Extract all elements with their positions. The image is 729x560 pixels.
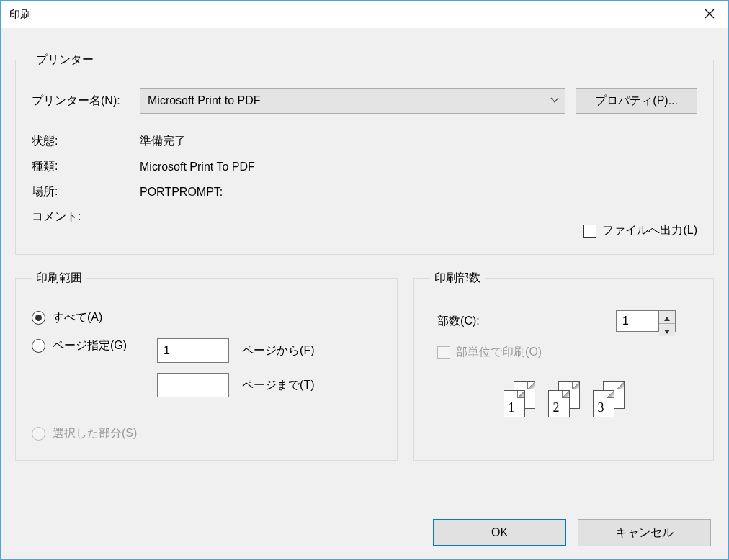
page-from-value: 1 — [164, 344, 170, 357]
copies-group-label: 印刷部数 — [430, 271, 485, 286]
printer-group-label: プリンター — [32, 53, 98, 68]
range-pages-radio[interactable]: ページ指定(G) — [32, 338, 127, 353]
where-label: 場所: — [32, 184, 140, 199]
dialog-body: プリンター プリンター名(N): Microsoft Print to PDF … — [1, 28, 728, 559]
printer-name-value: Microsoft Print to PDF — [148, 94, 260, 107]
file-output-checkbox[interactable]: ファイルへ出力(L) — [583, 223, 697, 238]
chevron-down-icon — [550, 94, 559, 107]
collate-pageset: 2 2 — [548, 381, 580, 420]
collate-illustration: 1 1 2 2 3 3 — [430, 381, 697, 420]
collate-label: 部単位で印刷(O) — [456, 345, 542, 360]
printer-name-dropdown[interactable]: Microsoft Print to PDF — [140, 88, 565, 114]
close-icon — [705, 9, 715, 21]
where-value: PORTPROMPT: — [140, 186, 697, 199]
status-label: 状態: — [32, 134, 140, 149]
range-all-label: すべて(A) — [53, 310, 102, 325]
footer: OK キャンセル — [433, 519, 711, 546]
type-label: 種類: — [32, 159, 140, 174]
collate-pageset: 3 3 — [593, 381, 625, 420]
page-number: 1 — [509, 400, 515, 415]
copies-count-label: 部数(C): — [437, 314, 480, 329]
copies-group: 印刷部数 部数(C): 1 部単位で印刷 — [413, 271, 714, 461]
collate-pageset: 1 1 — [504, 381, 535, 420]
copies-count-value: 1 — [622, 315, 629, 328]
radio-icon — [32, 427, 45, 441]
page-number: 3 — [598, 400, 604, 415]
comment-label: コメント: — [32, 209, 140, 225]
range-selection-label: 選択した部分(S) — [53, 426, 137, 441]
ok-button[interactable]: OK — [433, 519, 566, 546]
status-value: 準備完了 — [140, 134, 697, 149]
copies-spinner[interactable]: 1 — [616, 310, 676, 332]
window-title: 印刷 — [9, 8, 31, 22]
file-output-label: ファイルへ出力(L) — [602, 223, 697, 238]
spinner-up-button[interactable] — [659, 311, 675, 324]
range-all-radio[interactable]: すべて(A) — [32, 310, 381, 325]
page-to-input[interactable] — [157, 373, 229, 397]
range-selection-radio: 選択した部分(S) — [32, 426, 381, 441]
spinner-down-button[interactable] — [659, 324, 675, 336]
print-range-group-label: 印刷範囲 — [32, 271, 86, 286]
printer-name-label: プリンター名(N): — [32, 94, 140, 109]
titlebar: 印刷 — [1, 1, 728, 28]
triangle-down-icon — [664, 324, 670, 336]
page-number: 2 — [553, 400, 560, 415]
page-from-input[interactable]: 1 — [157, 338, 229, 363]
triangle-up-icon — [664, 311, 670, 323]
page-from-label: ページから(F) — [242, 343, 314, 358]
range-pages-label: ページ指定(G) — [53, 338, 127, 353]
properties-button[interactable]: プロパティ(P)... — [576, 88, 697, 114]
type-value: Microsoft Print To PDF — [140, 161, 697, 173]
radio-icon — [32, 339, 45, 353]
checkbox-box-icon — [583, 225, 596, 238]
printer-group: プリンター プリンター名(N): Microsoft Print to PDF … — [15, 53, 714, 255]
collate-checkbox: 部単位で印刷(O) — [437, 345, 697, 360]
print-range-group: 印刷範囲 すべて(A) ページ指定(G) 1 ページから(F) — [15, 271, 398, 461]
checkbox-box-icon — [437, 346, 450, 359]
cancel-button[interactable]: キャンセル — [578, 519, 711, 546]
page-to-label: ページまで(T) — [242, 378, 314, 393]
close-button[interactable] — [691, 1, 728, 28]
radio-icon — [32, 311, 45, 325]
